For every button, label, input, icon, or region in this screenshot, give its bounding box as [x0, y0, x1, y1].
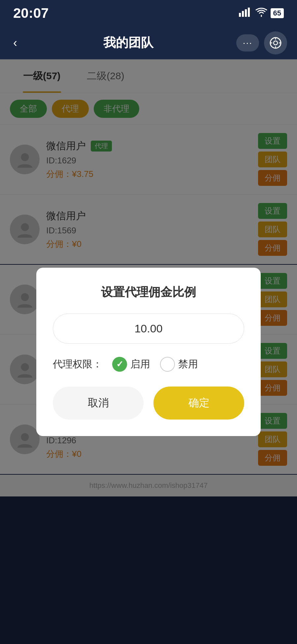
svg-rect-3 [248, 8, 250, 17]
content-wrapper: 一级(57) 二级(28) 全部 代理 非代理 [0, 59, 297, 644]
confirm-button[interactable]: 确定 [153, 387, 244, 420]
battery-icon: 65 [271, 8, 284, 18]
scan-button[interactable] [264, 31, 287, 54]
modal-overlay[interactable]: 设置代理佣金比例 代理权限： 启用 禁用 取消 确定 [0, 59, 297, 644]
permission-radio-group: 代理权限： 启用 禁用 [53, 357, 244, 372]
modal-buttons: 取消 确定 [53, 387, 244, 420]
svg-rect-2 [245, 9, 247, 17]
commission-input[interactable] [53, 314, 244, 344]
disable-option[interactable]: 禁用 [160, 357, 198, 372]
modal-dialog: 设置代理佣金比例 代理权限： 启用 禁用 取消 确定 [36, 268, 261, 436]
permission-label: 代理权限： [53, 357, 102, 371]
status-bar: 20:07 65 [0, 0, 297, 26]
cancel-button[interactable]: 取消 [53, 387, 144, 420]
wifi-icon [255, 7, 267, 19]
nav-actions: ··· [236, 31, 287, 54]
more-options-button[interactable]: ··· [236, 34, 259, 51]
svg-rect-1 [242, 11, 244, 17]
status-icons: 65 [239, 7, 284, 19]
svg-point-5 [274, 41, 278, 45]
disable-label: 禁用 [178, 357, 198, 371]
back-button[interactable]: ‹ [10, 33, 20, 53]
svg-rect-0 [239, 13, 241, 17]
page-title: 我的团队 [103, 34, 153, 51]
enable-option[interactable]: 启用 [112, 357, 150, 372]
disable-radio[interactable] [160, 357, 175, 372]
signal-icon [239, 8, 252, 19]
status-time: 20:07 [13, 5, 49, 21]
nav-bar: ‹ 我的团队 ··· [0, 26, 297, 59]
enable-radio[interactable] [112, 357, 127, 372]
enable-label: 启用 [130, 357, 150, 371]
modal-title: 设置代理佣金比例 [53, 284, 244, 300]
